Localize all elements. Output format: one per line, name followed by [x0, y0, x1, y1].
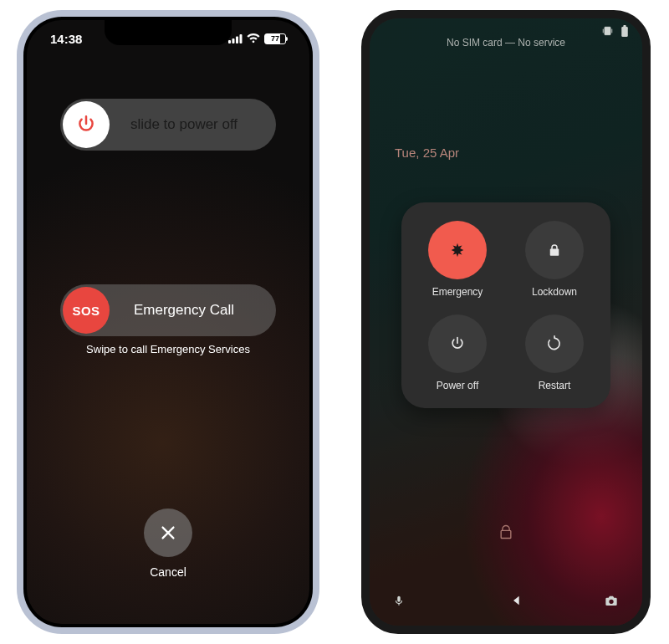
svg-rect-5 — [623, 25, 626, 27]
android-status-text: No SIM card — No service — [370, 37, 642, 49]
android-screen: No SIM card — No service Tue, 25 Apr Eme… — [370, 18, 642, 626]
android-status-icons — [601, 25, 629, 38]
svg-rect-1 — [232, 38, 235, 43]
iphone-frame: 14:38 77 — [17, 10, 319, 634]
lockdown-label: Lockdown — [532, 286, 577, 298]
cancel-label: Cancel — [150, 565, 186, 579]
android-frame: No SIM card — No service Tue, 25 Apr Eme… — [361, 10, 651, 634]
lockdown-button[interactable]: Lockdown — [513, 221, 595, 298]
emergency-label: Emergency — [432, 286, 483, 298]
svg-rect-2 — [236, 36, 238, 43]
power-icon — [449, 335, 466, 352]
battery-icon: 77 — [264, 33, 286, 44]
emergency-icon — [448, 241, 467, 259]
wifi-icon — [247, 33, 260, 43]
iphone-notch — [105, 20, 232, 45]
iphone-bezel: 14:38 77 — [23, 17, 313, 627]
vibrate-icon — [601, 25, 614, 38]
battery-percent: 77 — [271, 34, 279, 43]
restart-button[interactable]: Restart — [513, 314, 595, 391]
restart-circle — [525, 314, 584, 373]
power-off-slider[interactable]: slide to power off — [60, 99, 276, 151]
lockdown-circle — [525, 221, 584, 279]
emergency-button[interactable]: Emergency — [416, 221, 498, 298]
restart-label: Restart — [539, 380, 571, 391]
lock-hint-icon — [370, 524, 642, 540]
restart-icon — [546, 335, 563, 352]
close-icon — [159, 524, 177, 542]
ios-status-right: 77 — [228, 33, 286, 44]
camera-icon[interactable] — [604, 594, 619, 607]
lock-screen-date: Tue, 25 Apr — [395, 146, 459, 160]
power-off-knob[interactable] — [63, 101, 110, 148]
emergency-sos-slider[interactable]: SOS Emergency Call — [60, 284, 276, 336]
android-navbar — [370, 585, 642, 616]
iphone-screen: 14:38 77 — [27, 20, 309, 624]
sos-knob[interactable]: SOS — [63, 287, 110, 334]
lock-icon — [547, 243, 562, 258]
power-off-button[interactable]: Power off — [416, 314, 498, 391]
power-icon — [75, 114, 97, 135]
emergency-call-label: Emergency Call — [112, 302, 276, 319]
power-menu: Emergency Lockdown Power off — [401, 202, 610, 408]
svg-rect-4 — [621, 27, 628, 37]
battery-icon — [620, 25, 629, 38]
power-off-label: slide to power off — [112, 116, 276, 133]
emergency-hint: Swipe to call Emergency Services — [27, 343, 309, 355]
back-nav-icon[interactable] — [510, 594, 523, 607]
ios-clock: 14:38 — [50, 32, 82, 46]
power-off-label: Power off — [437, 380, 478, 391]
svg-rect-3 — [240, 34, 243, 43]
cancel-button[interactable] — [144, 509, 192, 557]
svg-rect-0 — [228, 40, 231, 43]
emergency-circle — [428, 221, 487, 279]
mic-icon[interactable] — [393, 593, 405, 608]
power-off-circle — [428, 314, 487, 373]
sos-knob-text: SOS — [72, 304, 100, 318]
cancel-group: Cancel — [27, 509, 309, 579]
